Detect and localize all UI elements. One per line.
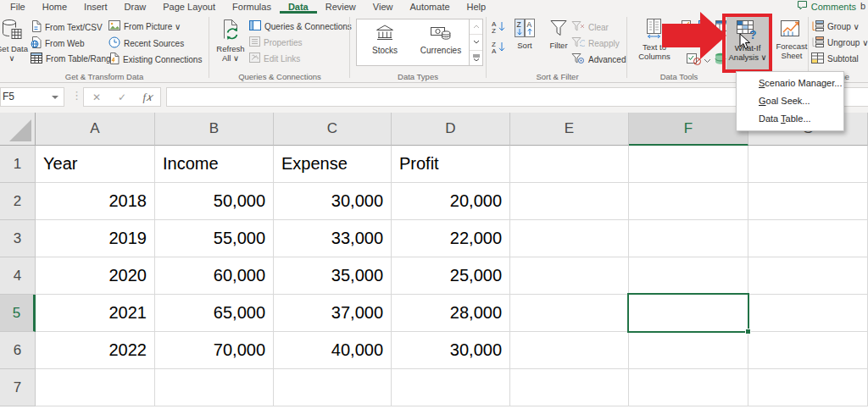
filter-button[interactable]: Filter: [543, 19, 574, 50]
group-button[interactable]: Group ∨: [811, 20, 860, 33]
menu-item-data-table[interactable]: Data Table...: [737, 110, 843, 128]
get-data-button[interactable]: Get Data ∨: [0, 19, 29, 64]
sort-ascending-button[interactable]: AZ: [492, 19, 507, 37]
cell-D5[interactable]: 28,000: [392, 295, 510, 332]
menu-item-scenario-manager[interactable]: Scenario Manager...: [737, 75, 843, 92]
cell-A6[interactable]: 2022: [36, 332, 155, 369]
cell-B6[interactable]: 70,000: [155, 332, 274, 369]
cell-E4[interactable]: [510, 257, 629, 295]
row-header-1[interactable]: 1: [0, 146, 36, 183]
column-header-D[interactable]: D: [392, 113, 510, 146]
tab-page-layout[interactable]: Page Layout: [154, 0, 224, 14]
cell-G2[interactable]: [748, 183, 868, 220]
cell-E1[interactable]: [510, 146, 629, 183]
cell-E6[interactable]: [510, 332, 629, 369]
row-header-7[interactable]: 7: [0, 369, 36, 406]
share-button-partial[interactable]: b: [860, 1, 868, 11]
currencies-button[interactable]: Currencies: [413, 19, 469, 65]
cell-F7[interactable]: [629, 369, 748, 406]
cell-C6[interactable]: 40,000: [274, 332, 392, 369]
cell-D7[interactable]: [392, 369, 510, 406]
cell-C1[interactable]: Expense: [274, 146, 392, 183]
cell-B3[interactable]: 55,000: [155, 220, 274, 257]
existing-connections-button[interactable]: Existing Connections: [108, 53, 202, 66]
column-header-F[interactable]: F: [629, 113, 748, 146]
cell-A7[interactable]: [36, 369, 155, 406]
gallery-down-button[interactable]: [470, 34, 482, 49]
cell-G5[interactable]: [748, 295, 868, 332]
cell-F6[interactable]: [629, 332, 748, 369]
cell-C3[interactable]: 33,000: [274, 220, 392, 257]
cell-E5[interactable]: [510, 295, 629, 332]
name-box[interactable]: F5: [0, 87, 64, 107]
cell-B1[interactable]: Income: [155, 146, 274, 183]
cell-E7[interactable]: [510, 369, 629, 406]
cell-B7[interactable]: [155, 369, 274, 406]
what-if-analysis-button[interactable]: ? What-If Analysis ∨: [726, 17, 769, 69]
sort-button[interactable]: ZA Sort: [509, 19, 540, 50]
select-all-corner[interactable]: [0, 113, 36, 146]
tab-insert[interactable]: Insert: [75, 0, 116, 14]
forecast-sheet-button[interactable]: Forecast Sheet: [773, 19, 810, 61]
gallery-more-button[interactable]: [470, 50, 482, 65]
cell-D6[interactable]: 30,000: [392, 332, 510, 369]
tab-formulas[interactable]: Formulas: [224, 0, 280, 14]
cancel-entry-icon[interactable]: ✕: [84, 91, 109, 103]
cell-E2[interactable]: [510, 183, 629, 220]
tab-review[interactable]: Review: [317, 0, 364, 14]
menu-item-goal-seek[interactable]: Goal Seek...: [737, 92, 843, 110]
cell-G3[interactable]: [748, 220, 868, 257]
queries-connections-button[interactable]: Queries & Connections: [249, 20, 352, 32]
cell-C2[interactable]: 30,000: [274, 183, 392, 220]
cell-F3[interactable]: [629, 220, 748, 257]
cell-A4[interactable]: 2020: [36, 257, 155, 295]
cell-A3[interactable]: 2019: [36, 220, 155, 257]
cell-G1[interactable]: [748, 146, 868, 183]
recent-sources-button[interactable]: Recent Sources: [108, 36, 184, 50]
cell-F2[interactable]: [629, 183, 748, 220]
cell-G7[interactable]: [748, 369, 868, 406]
cell-A5[interactable]: 2021: [36, 295, 155, 332]
advanced-filter-button[interactable]: Advanced: [571, 53, 626, 66]
cell-C5[interactable]: 37,000: [274, 295, 392, 332]
cell-B2[interactable]: 50,000: [155, 183, 274, 220]
refresh-all-button[interactable]: Refresh All ∨: [212, 19, 249, 64]
text-to-columns-button[interactable]: Text to Columns: [634, 19, 675, 62]
column-header-E[interactable]: E: [510, 113, 629, 146]
tab-file[interactable]: File: [2, 0, 34, 14]
cell-D1[interactable]: Profit: [392, 146, 510, 183]
row-header-6[interactable]: 6: [0, 332, 36, 369]
cell-B5[interactable]: 65,000: [155, 295, 274, 332]
cell-G4[interactable]: [748, 257, 868, 295]
from-web-button[interactable]: From Web: [31, 36, 85, 50]
cell-F5[interactable]: [629, 295, 748, 332]
tab-help[interactable]: Help: [459, 0, 495, 14]
ungroup-button[interactable]: Ungroup ∨: [811, 36, 868, 49]
from-table-range-button[interactable]: From Table/Range: [31, 53, 115, 65]
cell-B4[interactable]: 60,000: [155, 257, 274, 295]
gallery-up-button[interactable]: [470, 19, 482, 34]
comments-button[interactable]: Comments: [797, 0, 856, 14]
data-validation-button[interactable]: [687, 53, 727, 67]
column-header-C[interactable]: C: [274, 113, 392, 146]
flash-fill-button[interactable]: [682, 20, 694, 36]
cell-E3[interactable]: [510, 220, 629, 257]
row-header-4[interactable]: 4: [0, 257, 36, 295]
cell-G6[interactable]: [748, 332, 868, 369]
from-text-csv-button[interactable]: From Text/CSV: [31, 20, 103, 34]
cell-D4[interactable]: 25,000: [392, 257, 510, 295]
remove-duplicates-button[interactable]: [698, 20, 711, 36]
cell-C7[interactable]: [274, 369, 392, 406]
from-picture-button[interactable]: From Picture ∨: [108, 20, 181, 32]
tab-home[interactable]: Home: [34, 0, 75, 14]
cell-F4[interactable]: [629, 257, 748, 295]
tab-automate[interactable]: Automate: [401, 0, 458, 14]
cell-C4[interactable]: 35,000: [274, 257, 392, 295]
row-header-2[interactable]: 2: [0, 183, 36, 220]
cell-A1[interactable]: Year: [36, 146, 155, 183]
row-header-5[interactable]: 5: [0, 295, 36, 332]
sort-descending-button[interactable]: ZA: [492, 40, 507, 58]
row-header-3[interactable]: 3: [0, 220, 36, 257]
column-header-A[interactable]: A: [36, 113, 155, 146]
stocks-button[interactable]: Stocks: [357, 19, 413, 65]
